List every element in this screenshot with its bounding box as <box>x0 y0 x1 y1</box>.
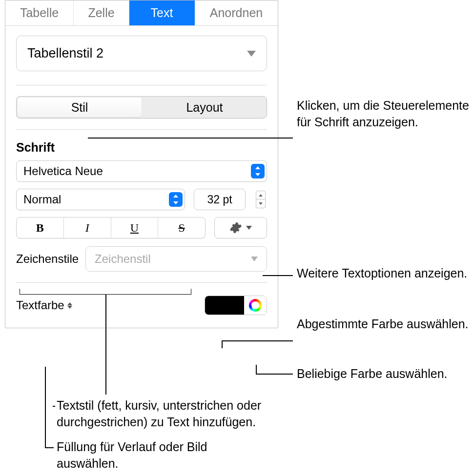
text-color-popup[interactable]: Textfarbe <box>16 298 72 312</box>
tab-bar: Tabelle Zelle Text Anordnen <box>5 0 278 26</box>
segment-stil[interactable]: Stil <box>18 98 142 117</box>
text-style-button-group: B I U S <box>16 217 206 238</box>
callout-picker: Beliebige Farbe auswählen. <box>297 366 448 382</box>
font-weight-select[interactable]: Normal <box>16 189 185 210</box>
font-family-select[interactable]: Helvetica Neue <box>16 160 267 182</box>
callout-stil: Klicken, um die Steuerelemente für Schri… <box>297 98 473 131</box>
color-picker-button[interactable] <box>244 296 267 315</box>
updown-arrows-icon <box>251 164 265 178</box>
text-color-control <box>205 296 267 315</box>
updown-caret-icon <box>67 302 72 309</box>
updown-arrows-icon <box>169 192 183 207</box>
gear-icon <box>229 221 242 234</box>
bold-button[interactable]: B <box>17 218 64 238</box>
more-text-options-button[interactable] <box>214 217 267 238</box>
callout-textstyle: Textstil (fett, kursiv, unterstrichen od… <box>57 397 310 431</box>
font-size-value: 32 pt <box>207 193 232 206</box>
callout-swatch: Abgestimmte Farbe auswählen. <box>297 316 469 333</box>
tab-text[interactable]: Text <box>129 0 195 25</box>
color-wheel-icon <box>249 299 262 312</box>
chevron-down-icon <box>247 51 256 57</box>
italic-button[interactable]: I <box>64 218 111 238</box>
paragraph-style-label: Tabellenstil 2 <box>27 46 103 61</box>
text-color-label: Textfarbe <box>16 298 64 312</box>
inspector-panel: Tabelle Zelle Text Anordnen Tabellenstil… <box>5 0 278 328</box>
chevron-down-icon <box>251 257 258 261</box>
tab-anordnen[interactable]: Anordnen <box>195 0 278 25</box>
callout-gear: Weitere Textoptionen anzeigen. <box>297 265 467 282</box>
character-style-placeholder: Zeichenstil <box>95 252 151 266</box>
font-size-stepper <box>254 189 267 210</box>
style-layout-segment: Stil Layout <box>16 96 267 119</box>
font-family-value: Helvetica Neue <box>23 164 103 178</box>
paragraph-style-select[interactable]: Tabellenstil 2 <box>16 36 267 71</box>
character-style-select[interactable]: Zeichenstil <box>85 246 267 272</box>
underline-button[interactable]: U <box>111 218 159 238</box>
callout-fill: Füllung für Verlauf oder Bild auswählen. <box>57 439 232 472</box>
stepper-up[interactable] <box>256 191 266 199</box>
font-heading: Schrift <box>16 140 267 155</box>
stepper-down[interactable] <box>256 199 266 208</box>
segment-layout[interactable]: Layout <box>143 97 267 118</box>
tab-zelle[interactable]: Zelle <box>74 0 129 25</box>
character-styles-label: Zeichenstile <box>16 252 79 266</box>
font-weight-value: Normal <box>23 193 61 206</box>
tab-tabelle[interactable]: Tabelle <box>5 0 74 25</box>
chevron-down-icon <box>246 226 252 230</box>
color-swatch[interactable] <box>205 296 244 315</box>
strikethrough-button[interactable]: S <box>158 218 205 238</box>
font-size-field[interactable]: 32 pt <box>194 189 246 210</box>
